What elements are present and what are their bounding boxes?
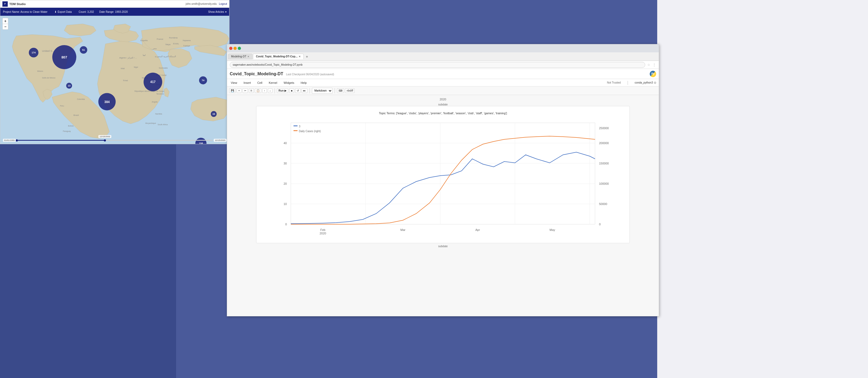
- new-tab-button[interactable]: +: [304, 55, 310, 59]
- svg-rect-61: [293, 130, 298, 131]
- world-map-svg: United S... México Golfo de México Brasi…: [0, 16, 229, 144]
- svg-text:Peru: Peru: [60, 105, 64, 107]
- tab-close-1[interactable]: ✕: [247, 55, 249, 58]
- bubble-74[interactable]: 74: [199, 76, 207, 84]
- svg-text:Moçambique: Moçambique: [146, 122, 156, 124]
- bubble-174[interactable]: 174: [29, 48, 38, 57]
- tdm-logo-area: P TDM Studio: [2, 1, 26, 7]
- map-timeline: 01/01/1993 12/15/2002 12/15/2020: [3, 139, 226, 142]
- bubble-417[interactable]: 417: [144, 72, 162, 91]
- date-range-label: Date Range: 1993-2020: [99, 10, 128, 13]
- export-data-button[interactable]: ⬇ Export Data: [53, 10, 73, 14]
- maximize-button[interactable]: [238, 47, 241, 50]
- svg-text:Mar: Mar: [401, 228, 406, 231]
- menu-cell[interactable]: Cell: [256, 81, 264, 85]
- tdm-app-name: TDM Studio: [9, 2, 26, 6]
- svg-text:20: 20: [284, 182, 287, 185]
- keyboard-shortcut-button[interactable]: ⌨: [337, 88, 344, 93]
- tdm-toolbar: Project Name: Access to Clean Water ⬇ Ex…: [0, 8, 229, 16]
- svg-text:Mali: Mali: [121, 67, 125, 70]
- svg-text:South Africa: South Africa: [158, 124, 168, 125]
- checkpoint-label: Last Checkpoint 06/04/2020 (autosaved): [286, 73, 334, 76]
- bubble-51[interactable]: 51: [80, 46, 87, 54]
- save-button[interactable]: 💾: [229, 88, 236, 93]
- cut-cell-button[interactable]: ✂: [243, 88, 248, 93]
- separator-3: [335, 88, 335, 93]
- notebook-title: Covid_Topic_Modeling-DT: [230, 71, 283, 76]
- restart-run-button[interactable]: ⏭: [302, 88, 307, 93]
- bubble-807[interactable]: 807: [52, 45, 76, 69]
- svg-text:İtalya: İtalya: [165, 43, 171, 46]
- map-container: United S... México Golfo de México Brasi…: [0, 16, 229, 144]
- close-button[interactable]: [229, 47, 232, 50]
- svg-text:150000: 150000: [599, 162, 609, 165]
- svg-text:España: España: [141, 39, 148, 42]
- timeline-fill: [17, 140, 105, 141]
- jupyter-menubar: View Insert Cell Kernel Widgets Help Not…: [227, 79, 659, 86]
- logout-button[interactable]: Logout: [219, 2, 227, 5]
- cell-type-select[interactable]: Markdown: [312, 88, 333, 94]
- minimize-button[interactable]: [234, 47, 237, 50]
- paste-cell-button[interactable]: 📋: [255, 88, 261, 93]
- timeline-start-label: 01/01/1993: [3, 139, 16, 142]
- menu-kernel[interactable]: Kernel: [268, 81, 278, 85]
- bubble-13[interactable]: 13: [66, 83, 72, 89]
- svg-text:Feb: Feb: [320, 228, 326, 231]
- bubble-384[interactable]: 384: [98, 93, 116, 111]
- bookmark-icon[interactable]: ☆: [647, 63, 650, 67]
- project-name-label: Project Name: Access to Clean Water: [3, 10, 48, 13]
- svg-text:France: France: [157, 38, 163, 40]
- restart-button[interactable]: ↺: [295, 88, 301, 93]
- zoom-in-button[interactable]: +: [2, 18, 8, 24]
- copy-cell-button[interactable]: ⎘: [249, 88, 254, 93]
- tab-modeling-dt[interactable]: Modeling-DT ✕: [228, 54, 252, 59]
- count-label: Count: 3,202: [79, 10, 94, 13]
- not-trusted-label[interactable]: Not Trusted: [607, 81, 621, 84]
- notebook-title-bar: Covid_Topic_Modeling-DT Last Checkpoint …: [227, 69, 659, 79]
- run-icon: ▶: [284, 89, 286, 92]
- browser-chrome: [227, 44, 659, 52]
- bubble-15[interactable]: 15: [211, 111, 217, 117]
- svg-text:0: 0: [599, 223, 601, 226]
- tdm-logo-text: P: [4, 3, 6, 5]
- svg-text:România: România: [169, 36, 178, 39]
- move-down-button[interactable]: ↓: [268, 88, 273, 93]
- svg-text:المملكة العربية السعودية: المملكة العربية السعودية: [155, 55, 176, 58]
- run-button[interactable]: Run ▶: [277, 88, 288, 93]
- svg-text:Colombia: Colombia: [77, 98, 85, 100]
- address-input[interactable]: [230, 62, 645, 68]
- address-bar: ☆ ⋮: [227, 61, 659, 69]
- notebook-content: 2020 subdate Topic Terms: ['league', 'cl…: [227, 95, 659, 316]
- nbdiff-button[interactable]: nbdiff: [345, 88, 354, 93]
- timeline-thumb-start[interactable]: [16, 139, 18, 142]
- move-up-button[interactable]: ↑: [262, 88, 267, 93]
- add-cell-button[interactable]: +: [237, 88, 242, 93]
- menu-insert[interactable]: Insert: [243, 81, 252, 85]
- menu-view[interactable]: View: [230, 81, 238, 85]
- stop-button[interactable]: ■: [289, 88, 294, 93]
- svg-text:Algérie / الجزائر / ...: Algérie / الجزائر / ...: [119, 57, 137, 59]
- svg-text:Türkiye: Türkiye: [183, 45, 190, 47]
- tab-close-2[interactable]: ✕: [299, 55, 301, 58]
- menu-icon[interactable]: ⋮: [652, 63, 656, 67]
- tab-covid-modeling[interactable]: Covid_Topic_Modeling-DT-Cop... ✕: [253, 54, 304, 59]
- timeline-end-label: 12/15/2020: [214, 139, 226, 142]
- svg-text:Paraguay: Paraguay: [63, 130, 71, 133]
- timeline-thumb[interactable]: [104, 139, 106, 142]
- download-icon: ⬇: [55, 10, 57, 13]
- browser-tabs: Modeling-DT ✕ Covid_Topic_Modeling-DT-Co…: [227, 52, 659, 61]
- menu-help[interactable]: Help: [300, 81, 308, 85]
- timeline-track[interactable]: 12/15/2002: [17, 140, 213, 141]
- separator-1: [275, 88, 275, 93]
- tdm-app-window: P TDM Studio john.smith@university.edu L…: [0, 0, 229, 144]
- map-controls: + −: [2, 18, 8, 30]
- menu-widgets[interactable]: Widgets: [283, 81, 296, 85]
- svg-text:2020: 2020: [320, 232, 326, 235]
- show-articles-button[interactable]: Show Articles ▾: [208, 10, 226, 13]
- zoom-out-button[interactable]: −: [2, 24, 8, 30]
- subdate-label-bottom: subdate: [238, 245, 648, 248]
- svg-text:30: 30: [284, 162, 287, 165]
- svg-text:Brasil: Brasil: [73, 114, 79, 116]
- svg-text:Apr: Apr: [475, 228, 480, 231]
- svg-text:Daily Cases (right): Daily Cases (right): [299, 130, 321, 133]
